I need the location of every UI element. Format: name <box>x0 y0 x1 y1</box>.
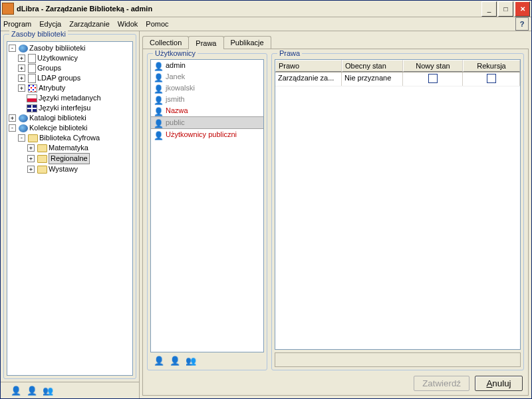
tree-node[interactable]: Groups <box>37 63 61 73</box>
user-label: public <box>166 118 185 128</box>
col-nowy[interactable]: Nowy stan <box>403 60 463 72</box>
col-rekursja[interactable]: Rekursja <box>463 60 520 72</box>
user-icon: 👤 <box>154 107 163 115</box>
expander-icon[interactable]: - <box>9 45 16 52</box>
left-groupbox: Zasoby biblioteki -Zasoby bibliioteki +U… <box>3 34 136 379</box>
tab-prawa[interactable]: Prawa <box>188 36 223 49</box>
expander-icon[interactable]: - <box>9 124 16 132</box>
confirm-button: Zatwierdź <box>414 376 469 391</box>
folder-open-icon <box>28 134 38 142</box>
user-icon: 👤 <box>154 84 163 92</box>
tree-node[interactable]: Katalogi biblioteki <box>29 113 86 123</box>
user-label: jsmith <box>166 94 185 104</box>
user-list[interactable]: 👤admin👤Janek👤jkowalski👤jsmith👤Nazwa👤publ… <box>150 59 264 352</box>
user-row[interactable]: 👤public <box>151 116 263 129</box>
tab-publikacje[interactable]: Publikacje <box>223 36 271 49</box>
tabs: Collection Prawa Publikacje <box>142 34 529 49</box>
menubar: Program Edycja Zarządzanie Widok Pomoc ? <box>1 17 531 31</box>
status-bar <box>275 352 521 367</box>
tree-node[interactable]: Biblioteka Cyfrowa <box>39 133 100 143</box>
col-prawo[interactable]: Prawo <box>275 60 342 72</box>
expander-icon[interactable]: + <box>27 155 35 162</box>
expander-icon[interactable]: + <box>18 55 25 62</box>
folder-icon <box>37 144 47 152</box>
flag-pl-icon <box>27 94 37 102</box>
user-label: Janek <box>166 72 185 82</box>
user-label: jkowalski <box>166 83 195 93</box>
expander-icon[interactable]: - <box>18 134 25 142</box>
expander-icon[interactable]: + <box>18 84 25 92</box>
user-label: admin <box>166 61 186 70</box>
globe-icon <box>19 124 28 132</box>
tab-collection[interactable]: Collection <box>142 36 189 49</box>
tree-node[interactable]: Użytkownicy <box>37 53 78 63</box>
flag-gb-icon <box>27 104 37 112</box>
checkbox[interactable] <box>487 74 496 83</box>
user-row[interactable]: 👤Nazwa <box>151 105 263 116</box>
tree-node-selected[interactable]: Regionalne <box>49 153 90 164</box>
menu-zarzadzanie[interactable]: Zarządzanie <box>69 20 110 28</box>
expander-icon[interactable]: + <box>9 114 16 122</box>
rights-table[interactable]: Prawo Obecny stan Nowy stan Rekursja Zar… <box>275 59 521 350</box>
window-title: dLibra - Zarządzanie Biblioteką - admin <box>17 5 481 13</box>
user-row[interactable]: 👤jkowalski <box>151 82 263 94</box>
cell-nowy[interactable] <box>403 72 463 86</box>
checkbox[interactable] <box>428 74 438 83</box>
cancel-button[interactable]: Anuluj <box>475 376 523 391</box>
tree-node[interactable]: Matematyka <box>49 143 88 153</box>
tree-node[interactable]: Wystawy <box>49 164 78 174</box>
titlebar: dLibra - Zarządzanie Biblioteką - admin … <box>1 1 531 17</box>
users-group: Użytkownicy 👤admin👤Janek👤jkowalski👤jsmit… <box>147 53 267 370</box>
doc-icon <box>28 74 36 83</box>
user-icon: 👤 <box>154 131 163 139</box>
group-icon[interactable]: 👥 <box>43 386 53 395</box>
globe-icon <box>19 114 28 122</box>
user-row[interactable]: 👤Janek <box>151 71 263 82</box>
tree-node[interactable]: Kolekcje biblioteki <box>29 123 87 133</box>
minimize-button[interactable]: _ <box>481 1 497 17</box>
tree-node[interactable]: Atrybuty <box>39 83 65 93</box>
left-legend: Zasoby biblioteki <box>9 30 68 38</box>
user-row[interactable]: 👤Użytkownicy publiczni <box>151 129 263 140</box>
dots-icon <box>28 84 37 92</box>
tab-pane: Użytkownicy 👤admin👤Janek👤jkowalski👤jsmit… <box>142 49 529 396</box>
expander-icon[interactable]: + <box>18 74 25 82</box>
cell-prawo: Zarządzanie za... <box>275 72 342 86</box>
table-row[interactable]: Zarządzanie za...Nie przyznane <box>275 72 520 86</box>
help-icon[interactable]: ? <box>515 17 529 31</box>
folder-icon <box>37 155 47 163</box>
expander-icon[interactable]: + <box>27 166 35 173</box>
user-icon: 👤 <box>154 62 163 70</box>
user-label: Nazwa <box>166 106 188 116</box>
user-row[interactable]: 👤jsmith <box>151 94 263 105</box>
menu-program[interactable]: Program <box>3 20 31 28</box>
cell-rekursja[interactable] <box>463 72 520 86</box>
tree-node[interactable]: LDAP groups <box>37 73 80 83</box>
user-icon: 👤 <box>154 96 163 104</box>
user-icon[interactable]: 👤 <box>11 386 21 395</box>
expander-icon[interactable]: + <box>27 144 35 152</box>
user-icon: 👤 <box>154 119 163 127</box>
tree-node[interactable]: Języki interfejsu <box>39 103 90 113</box>
doc-icon <box>28 64 36 73</box>
tree-node[interactable]: Języki metadanych <box>39 93 101 103</box>
user-red-icon[interactable]: 👤 <box>154 356 164 365</box>
group-icon[interactable]: 👥 <box>186 356 196 365</box>
user-red-icon[interactable]: 👤 <box>27 386 37 395</box>
resource-tree[interactable]: -Zasoby bibliioteki +Użytkownicy +Groups… <box>7 41 133 376</box>
user-icon: 👤 <box>154 73 163 81</box>
col-obecny[interactable]: Obecny stan <box>342 60 403 72</box>
menu-pomoc[interactable]: Pomoc <box>146 20 168 28</box>
left-toolbar: 👤 👤 👥 <box>1 382 139 398</box>
doc-icon <box>28 54 36 63</box>
user-icon[interactable]: 👤 <box>170 356 180 365</box>
tree-node[interactable]: Zasoby bibliioteki <box>29 43 85 53</box>
user-label: Użytkownicy publiczni <box>166 130 237 140</box>
menu-widok[interactable]: Widok <box>118 20 138 28</box>
menu-edycja[interactable]: Edycja <box>39 20 61 28</box>
user-row[interactable]: 👤admin <box>151 60 263 71</box>
expander-icon[interactable]: + <box>18 65 25 72</box>
close-button[interactable]: ✕ <box>515 1 530 17</box>
maximize-button[interactable]: □ <box>498 1 513 17</box>
cell-obecny: Nie przyznane <box>342 72 403 86</box>
